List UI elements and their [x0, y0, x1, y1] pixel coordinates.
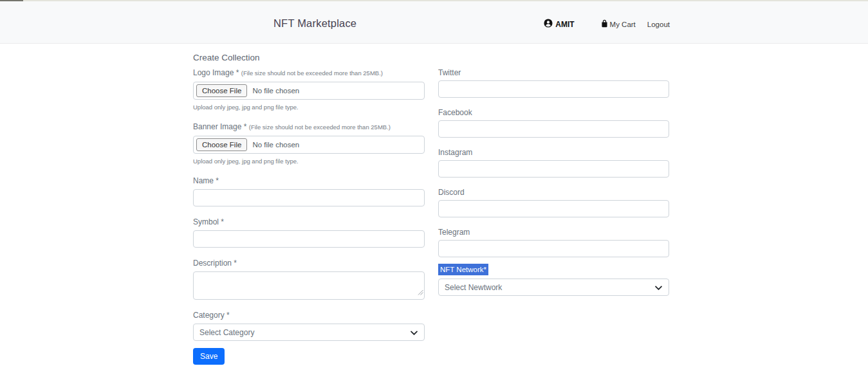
cart-label: My Cart: [610, 21, 636, 28]
symbol-input[interactable]: [193, 230, 425, 248]
category-selected-value: Select Category: [199, 328, 254, 337]
form-right-column: Twitter Facebook Instagram Discord Teleg…: [438, 68, 669, 296]
header-nav: AMIT My Cart Logout: [544, 19, 670, 30]
save-button[interactable]: Save: [193, 348, 225, 365]
banner-image-label-text: Banner Image *: [193, 122, 246, 131]
logo-helper-text: Upload only jpeg, jpg and png file type.: [193, 104, 425, 111]
logo-image-label: Logo Image * (File size should not be ex…: [193, 68, 425, 78]
telegram-input[interactable]: [438, 240, 669, 257]
twitter-input[interactable]: [438, 80, 669, 98]
telegram-label: Telegram: [438, 228, 669, 237]
logout-link[interactable]: Logout: [647, 21, 670, 28]
nft-network-selected-value: Select Newtwork: [445, 283, 502, 292]
logo-file-input[interactable]: Choose File No file chosen: [193, 82, 425, 100]
banner-helper-text: Upload only jpeg, jpg and png file type.: [193, 158, 425, 165]
instagram-input[interactable]: [438, 160, 669, 178]
description-field: Description *: [193, 259, 425, 300]
banner-file-input[interactable]: Choose File No file chosen: [193, 136, 425, 154]
brand-title[interactable]: NFT Marketplace: [273, 17, 356, 30]
nft-network-label-row: NFT Network*: [438, 263, 669, 279]
user-menu[interactable]: AMIT: [544, 19, 574, 30]
nft-network-select[interactable]: Select Newtwork: [438, 279, 669, 296]
name-input[interactable]: [193, 189, 425, 206]
discord-label: Discord: [438, 188, 669, 197]
symbol-field: Symbol *: [193, 217, 425, 248]
banner-file-status: No file chosen: [252, 141, 299, 149]
discord-input[interactable]: [438, 200, 669, 217]
logo-image-field: Logo Image * (File size should not be ex…: [193, 68, 425, 100]
discord-field: Discord: [438, 188, 669, 217]
facebook-label: Facebook: [438, 108, 669, 117]
instagram-field: Instagram: [438, 148, 669, 178]
banner-image-label: Banner Image * (File size should not be …: [193, 122, 425, 132]
category-field: Category * Select Category: [193, 311, 425, 341]
shopping-bag-icon: [600, 19, 610, 29]
name-field: Name *: [193, 176, 425, 206]
logo-image-note: (File size should not be exceeded more t…: [241, 69, 383, 77]
category-label: Category *: [193, 311, 425, 320]
symbol-label: Symbol *: [193, 217, 425, 226]
telegram-field: Telegram: [438, 228, 669, 257]
facebook-field: Facebook: [438, 108, 669, 138]
header: NFT Marketplace AMIT My Cart Logout: [0, 1, 868, 44]
user-circle-icon: [544, 19, 555, 30]
description-textarea[interactable]: [193, 271, 425, 300]
logo-file-status: No file chosen: [252, 87, 299, 95]
banner-image-field: Banner Image * (File size should not be …: [193, 122, 425, 154]
logo-choose-file-button[interactable]: Choose File: [196, 84, 247, 97]
twitter-label: Twitter: [438, 68, 669, 77]
resize-grip-icon[interactable]: [418, 286, 423, 298]
cart-link[interactable]: My Cart: [600, 19, 636, 29]
banner-image-note: (File size should not be exceeded more t…: [249, 123, 391, 131]
facebook-input[interactable]: [438, 120, 669, 138]
description-label: Description *: [193, 259, 425, 268]
form-left-column: Logo Image * (File size should not be ex…: [193, 68, 425, 365]
logo-image-label-text: Logo Image *: [193, 68, 239, 77]
nft-network-label: NFT Network*: [438, 264, 488, 275]
name-label: Name *: [193, 176, 425, 185]
twitter-field: Twitter: [438, 68, 669, 98]
banner-choose-file-button[interactable]: Choose File: [196, 138, 247, 151]
create-collection-form: Create Collection Logo Image * (File siz…: [193, 53, 670, 62]
category-select[interactable]: Select Category: [193, 324, 425, 341]
user-name: AMIT: [555, 20, 574, 29]
instagram-label: Instagram: [438, 148, 669, 157]
page-title: Create Collection: [193, 53, 670, 62]
